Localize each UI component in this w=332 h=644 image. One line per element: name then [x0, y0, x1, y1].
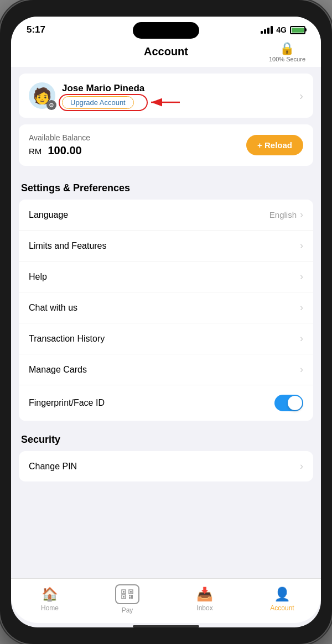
menu-item-transactions-label: Transaction History: [29, 334, 105, 344]
inbox-icon: 📥: [196, 587, 213, 602]
toggle-thumb: [288, 396, 302, 410]
status-bar: 5:17 4G: [11, 17, 321, 40]
bottom-nav: 🏠 Home Pay: [11, 578, 321, 623]
menu-item-change-pin[interactable]: Change PIN ›: [19, 451, 313, 481]
nav-label-account: Account: [270, 604, 294, 612]
dynamic-island: [133, 22, 199, 39]
menu-item-chat-right: ›: [300, 302, 303, 313]
cards-chevron-icon: ›: [300, 364, 303, 375]
account-icon: 👤: [274, 587, 290, 602]
menu-item-transactions-right: ›: [300, 333, 303, 344]
profile-chevron-icon: ›: [299, 90, 303, 102]
transactions-chevron-icon: ›: [300, 333, 303, 344]
change-pin-chevron-icon: ›: [300, 460, 303, 472]
signal-bars: [261, 26, 273, 34]
nav-item-pay[interactable]: Pay: [108, 584, 147, 614]
menu-item-cards-label: Manage Cards: [29, 365, 87, 375]
security-section-header: Security: [11, 425, 321, 451]
security-menu-group: Change PIN ›: [19, 451, 313, 481]
upgrade-account-button[interactable]: Upgrade Account: [62, 96, 134, 109]
biometric-toggle[interactable]: [274, 395, 303, 411]
profile-left: 🧑 ⚙ Jose Mario Pineda Upgrade Account: [29, 82, 144, 109]
svg-rect-3: [123, 591, 124, 593]
svg-rect-8: [129, 595, 131, 596]
balance-currency: RM: [29, 146, 42, 156]
home-icon: 🏠: [42, 587, 58, 602]
menu-item-limits-label: Limits and Features: [29, 241, 107, 251]
app-header: Account 🔒 100% Secure: [11, 40, 321, 67]
nav-label-pay: Pay: [122, 606, 133, 614]
menu-item-cards[interactable]: Manage Cards ›: [19, 354, 313, 385]
menu-item-biometric-label: Fingerprint/Face ID: [29, 398, 105, 408]
chat-chevron-icon: ›: [300, 302, 303, 313]
menu-item-biometric[interactable]: Fingerprint/Face ID: [19, 385, 313, 421]
balance-amount: RM 100.00: [29, 144, 90, 157]
balance-card: Available Balance RM 100.00 + Reload: [19, 124, 313, 166]
status-4g: 4G: [276, 25, 287, 34]
menu-item-limits-right: ›: [300, 240, 303, 252]
status-right: 4G: [261, 25, 305, 34]
page-title: Account: [144, 45, 188, 58]
nav-item-account[interactable]: 👤 Account: [263, 587, 302, 612]
avatar-container: 🧑 ⚙: [29, 82, 55, 109]
menu-item-chat[interactable]: Chat with us ›: [19, 292, 313, 323]
reload-button[interactable]: + Reload: [246, 135, 303, 155]
help-chevron-icon: ›: [300, 271, 303, 282]
gear-badge-icon: ⚙: [46, 100, 56, 110]
menu-item-limits[interactable]: Limits and Features ›: [19, 231, 313, 261]
profile-info: Jose Mario Pineda Upgrade Account: [62, 83, 144, 109]
home-indicator: [133, 625, 199, 627]
phone-screen: 5:17 4G Account 🔒 100% Secure: [11, 17, 321, 627]
svg-rect-10: [131, 595, 133, 599]
status-time: 5:17: [27, 24, 45, 35]
menu-item-change-pin-label: Change PIN: [29, 462, 77, 472]
menu-item-change-pin-right: ›: [300, 460, 303, 472]
nav-item-inbox[interactable]: 📥 Inbox: [185, 587, 224, 612]
scroll-content: 🧑 ⚙ Jose Mario Pineda Upgrade Account: [11, 67, 321, 578]
settings-section-title: Settings & Preferences: [21, 182, 130, 193]
battery-icon: [290, 26, 305, 34]
menu-item-help-right: ›: [300, 271, 303, 282]
balance-left: Available Balance RM 100.00: [29, 133, 90, 157]
secure-label: 100% Secure: [269, 56, 305, 62]
secure-indicator: 🔒 100% Secure: [269, 41, 305, 62]
balance-value: 100.00: [48, 144, 81, 156]
menu-item-help[interactable]: Help ›: [19, 261, 313, 292]
menu-item-language-label: Language: [29, 210, 68, 220]
nav-label-home: Home: [41, 604, 59, 612]
upgrade-wrapper: Upgrade Account: [62, 96, 144, 109]
red-arrow-annotation: [147, 96, 183, 108]
profile-card: 🧑 ⚙ Jose Mario Pineda Upgrade Account: [19, 74, 313, 118]
security-section-title: Security: [21, 434, 60, 445]
phone-shell: 5:17 4G Account 🔒 100% Secure: [0, 0, 332, 644]
language-value: English: [269, 210, 297, 219]
svg-rect-9: [129, 597, 131, 599]
menu-item-cards-right: ›: [300, 364, 303, 375]
menu-item-help-label: Help: [29, 272, 47, 282]
nav-label-inbox: Inbox: [196, 604, 212, 612]
battery-fill: [292, 28, 304, 33]
menu-item-language[interactable]: Language English ›: [19, 200, 313, 231]
menu-item-chat-label: Chat with us: [29, 303, 77, 313]
balance-label: Available Balance: [29, 133, 90, 142]
pay-icon: [115, 584, 139, 604]
menu-item-language-right: English ›: [269, 209, 303, 221]
menu-item-transactions[interactable]: Transaction History ›: [19, 323, 313, 354]
language-chevron-icon: ›: [300, 209, 303, 221]
pay-qr-icon: [121, 589, 133, 599]
limits-chevron-icon: ›: [300, 240, 303, 252]
settings-menu-group: Language English › Limits and Features ›…: [19, 200, 313, 421]
settings-section-header: Settings & Preferences: [11, 172, 321, 200]
profile-name: Jose Mario Pineda: [62, 83, 144, 94]
svg-rect-7: [123, 596, 124, 598]
svg-rect-5: [130, 591, 132, 593]
nav-item-home[interactable]: 🏠 Home: [30, 587, 69, 612]
lock-icon: 🔒: [279, 41, 294, 56]
